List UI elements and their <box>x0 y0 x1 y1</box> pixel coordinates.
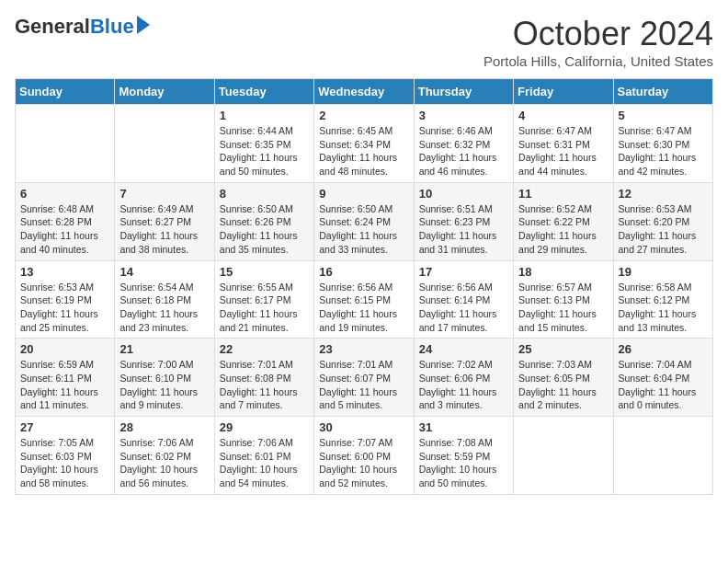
day-number: 1 <box>220 109 309 122</box>
logo-arrow-icon <box>137 16 150 34</box>
day-number: 23 <box>319 342 408 356</box>
day-info: Sunrise: 6:56 AM Sunset: 6:14 PM Dayligh… <box>419 281 508 335</box>
day-info: Sunrise: 7:00 AM Sunset: 6:10 PM Dayligh… <box>119 358 209 412</box>
page-header: General Blue October 2024 Portola Hills,… <box>15 15 713 69</box>
day-number: 31 <box>419 420 508 434</box>
calendar-cell: 27Sunrise: 7:05 AM Sunset: 6:03 PM Dayli… <box>16 417 115 495</box>
column-header-wednesday: Wednesday <box>314 79 414 105</box>
column-header-thursday: Thursday <box>414 79 513 105</box>
day-info: Sunrise: 6:53 AM Sunset: 6:20 PM Dayligh… <box>619 202 708 257</box>
day-number: 11 <box>518 187 608 201</box>
column-header-tuesday: Tuesday <box>214 79 313 105</box>
day-number: 16 <box>319 265 408 279</box>
calendar-cell <box>115 105 214 183</box>
logo-general-text: General <box>15 15 90 39</box>
calendar-cell: 1Sunrise: 6:44 AM Sunset: 6:35 PM Daylig… <box>214 105 313 183</box>
day-info: Sunrise: 6:53 AM Sunset: 6:19 PM Dayligh… <box>20 281 109 335</box>
day-info: Sunrise: 6:45 AM Sunset: 6:34 PM Dayligh… <box>319 124 408 178</box>
calendar-cell: 18Sunrise: 6:57 AM Sunset: 6:13 PM Dayli… <box>514 260 613 339</box>
day-info: Sunrise: 6:58 AM Sunset: 6:12 PM Dayligh… <box>619 281 708 335</box>
calendar-week-3: 13Sunrise: 6:53 AM Sunset: 6:19 PM Dayli… <box>16 260 713 339</box>
day-number: 7 <box>119 187 209 201</box>
day-info: Sunrise: 7:01 AM Sunset: 6:08 PM Dayligh… <box>220 358 309 412</box>
calendar-cell: 13Sunrise: 6:53 AM Sunset: 6:19 PM Dayli… <box>16 260 115 339</box>
calendar-cell: 11Sunrise: 6:52 AM Sunset: 6:22 PM Dayli… <box>514 182 613 260</box>
calendar-cell: 3Sunrise: 6:46 AM Sunset: 6:32 PM Daylig… <box>414 105 513 183</box>
day-info: Sunrise: 6:59 AM Sunset: 6:11 PM Dayligh… <box>20 358 109 412</box>
day-info: Sunrise: 6:51 AM Sunset: 6:23 PM Dayligh… <box>419 202 508 257</box>
day-number: 4 <box>518 109 608 122</box>
calendar-cell: 22Sunrise: 7:01 AM Sunset: 6:08 PM Dayli… <box>214 339 313 417</box>
day-info: Sunrise: 7:07 AM Sunset: 6:00 PM Dayligh… <box>319 436 408 490</box>
calendar-week-2: 6Sunrise: 6:48 AM Sunset: 6:28 PM Daylig… <box>16 182 713 260</box>
day-number: 22 <box>220 342 309 356</box>
day-number: 29 <box>220 420 309 434</box>
column-header-sunday: Sunday <box>16 79 115 105</box>
day-info: Sunrise: 6:54 AM Sunset: 6:18 PM Dayligh… <box>119 281 209 335</box>
day-number: 2 <box>319 109 408 122</box>
calendar-table: SundayMondayTuesdayWednesdayThursdayFrid… <box>15 78 713 495</box>
calendar-cell: 2Sunrise: 6:45 AM Sunset: 6:34 PM Daylig… <box>314 105 414 183</box>
day-number: 6 <box>20 187 109 201</box>
calendar-cell: 24Sunrise: 7:02 AM Sunset: 6:06 PM Dayli… <box>414 339 513 417</box>
calendar-cell: 20Sunrise: 6:59 AM Sunset: 6:11 PM Dayli… <box>16 339 115 417</box>
day-info: Sunrise: 7:01 AM Sunset: 6:07 PM Dayligh… <box>319 358 408 412</box>
day-info: Sunrise: 6:48 AM Sunset: 6:28 PM Dayligh… <box>20 202 109 257</box>
day-info: Sunrise: 7:03 AM Sunset: 6:05 PM Dayligh… <box>518 358 608 412</box>
calendar-cell <box>514 417 613 495</box>
day-info: Sunrise: 7:02 AM Sunset: 6:06 PM Dayligh… <box>419 358 508 412</box>
calendar-cell: 25Sunrise: 7:03 AM Sunset: 6:05 PM Dayli… <box>514 339 613 417</box>
logo: General Blue <box>15 15 150 39</box>
day-info: Sunrise: 6:46 AM Sunset: 6:32 PM Dayligh… <box>419 124 508 178</box>
column-header-friday: Friday <box>514 79 613 105</box>
calendar-week-1: 1Sunrise: 6:44 AM Sunset: 6:35 PM Daylig… <box>16 105 713 183</box>
day-info: Sunrise: 6:47 AM Sunset: 6:31 PM Dayligh… <box>518 124 608 178</box>
day-info: Sunrise: 7:06 AM Sunset: 6:01 PM Dayligh… <box>220 436 309 490</box>
title-section: October 2024 Portola Hills, California, … <box>483 15 713 69</box>
calendar-cell: 9Sunrise: 6:50 AM Sunset: 6:24 PM Daylig… <box>314 182 414 260</box>
day-number: 13 <box>20 265 109 279</box>
calendar-week-4: 20Sunrise: 6:59 AM Sunset: 6:11 PM Dayli… <box>16 339 713 417</box>
day-number: 18 <box>518 265 608 279</box>
day-info: Sunrise: 6:50 AM Sunset: 6:24 PM Dayligh… <box>319 202 408 257</box>
calendar-cell: 31Sunrise: 7:08 AM Sunset: 5:59 PM Dayli… <box>414 417 513 495</box>
logo-blue-text: Blue <box>90 15 134 39</box>
calendar-cell <box>16 105 115 183</box>
day-info: Sunrise: 7:06 AM Sunset: 6:02 PM Dayligh… <box>119 436 209 490</box>
day-info: Sunrise: 6:47 AM Sunset: 6:30 PM Dayligh… <box>619 124 708 178</box>
calendar-cell: 23Sunrise: 7:01 AM Sunset: 6:07 PM Dayli… <box>314 339 414 417</box>
day-number: 25 <box>518 342 608 356</box>
day-info: Sunrise: 6:57 AM Sunset: 6:13 PM Dayligh… <box>518 281 608 335</box>
day-number: 28 <box>119 420 209 434</box>
calendar-cell: 10Sunrise: 6:51 AM Sunset: 6:23 PM Dayli… <box>414 182 513 260</box>
day-number: 10 <box>419 187 508 201</box>
day-number: 15 <box>220 265 309 279</box>
day-number: 24 <box>419 342 508 356</box>
calendar-week-5: 27Sunrise: 7:05 AM Sunset: 6:03 PM Dayli… <box>16 417 713 495</box>
day-info: Sunrise: 7:08 AM Sunset: 5:59 PM Dayligh… <box>419 436 508 490</box>
calendar-cell: 7Sunrise: 6:49 AM Sunset: 6:27 PM Daylig… <box>115 182 214 260</box>
day-number: 12 <box>619 187 708 201</box>
calendar-cell: 4Sunrise: 6:47 AM Sunset: 6:31 PM Daylig… <box>514 105 613 183</box>
day-info: Sunrise: 7:05 AM Sunset: 6:03 PM Dayligh… <box>20 436 109 490</box>
day-number: 30 <box>319 420 408 434</box>
day-number: 5 <box>619 109 708 122</box>
day-number: 21 <box>119 342 209 356</box>
calendar-cell: 16Sunrise: 6:56 AM Sunset: 6:15 PM Dayli… <box>314 260 414 339</box>
calendar-cell: 5Sunrise: 6:47 AM Sunset: 6:30 PM Daylig… <box>613 105 712 183</box>
day-number: 20 <box>20 342 109 356</box>
day-info: Sunrise: 6:55 AM Sunset: 6:17 PM Dayligh… <box>220 281 309 335</box>
calendar-cell: 28Sunrise: 7:06 AM Sunset: 6:02 PM Dayli… <box>115 417 214 495</box>
calendar-cell: 26Sunrise: 7:04 AM Sunset: 6:04 PM Dayli… <box>613 339 712 417</box>
day-info: Sunrise: 6:50 AM Sunset: 6:26 PM Dayligh… <box>220 202 309 257</box>
day-info: Sunrise: 6:52 AM Sunset: 6:22 PM Dayligh… <box>518 202 608 257</box>
calendar-cell: 6Sunrise: 6:48 AM Sunset: 6:28 PM Daylig… <box>16 182 115 260</box>
calendar-cell: 29Sunrise: 7:06 AM Sunset: 6:01 PM Dayli… <box>214 417 313 495</box>
day-number: 27 <box>20 420 109 434</box>
day-number: 26 <box>619 342 708 356</box>
day-info: Sunrise: 6:49 AM Sunset: 6:27 PM Dayligh… <box>119 202 209 257</box>
day-number: 17 <box>419 265 508 279</box>
day-number: 3 <box>419 109 508 122</box>
day-number: 19 <box>619 265 708 279</box>
calendar-cell: 17Sunrise: 6:56 AM Sunset: 6:14 PM Dayli… <box>414 260 513 339</box>
